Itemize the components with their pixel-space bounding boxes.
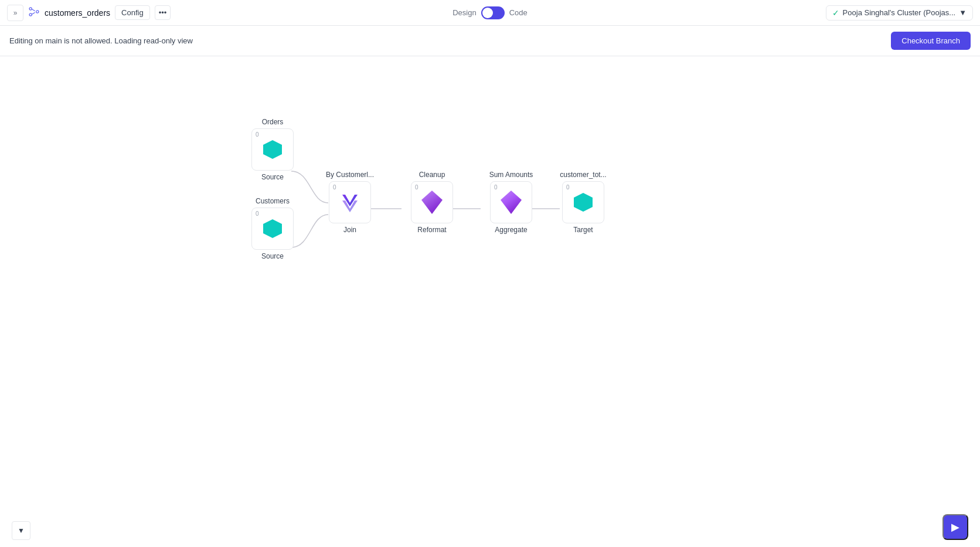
teal-hexagon-icon bbox=[261, 138, 284, 161]
run-icon: ▶ bbox=[951, 521, 959, 534]
teal-hexagon-icon-2 bbox=[261, 217, 284, 240]
svg-marker-9 bbox=[501, 191, 522, 214]
reformat-icon bbox=[420, 189, 444, 215]
aggregate-node[interactable]: Sum Amounts 0 Aggregate bbox=[488, 171, 535, 234]
orders-source-count: 0 bbox=[256, 131, 259, 138]
cluster-selector[interactable]: ✓ Pooja Singhal's Cluster (Poojas... ▼ bbox=[826, 5, 973, 21]
svg-marker-6 bbox=[263, 140, 282, 159]
svg-point-1 bbox=[29, 13, 32, 15]
customers-source-top-label: Customers bbox=[256, 197, 290, 205]
join-top-label: By Customerl... bbox=[326, 171, 374, 179]
pipeline-icon bbox=[28, 6, 40, 20]
banner-message: Editing on main is not allowed. Loading … bbox=[9, 36, 193, 45]
more-button[interactable]: ••• bbox=[155, 5, 171, 20]
pipeline-connectors bbox=[0, 56, 980, 547]
aggregate-box[interactable]: 0 bbox=[490, 181, 532, 223]
customers-source-count: 0 bbox=[256, 210, 259, 217]
checkout-branch-button[interactable]: Checkout Branch bbox=[891, 32, 971, 50]
customers-source-node[interactable]: Customers 0 Source bbox=[249, 197, 296, 260]
join-node[interactable]: By Customerl... 0 Join bbox=[326, 171, 373, 234]
reformat-bottom-label: Reformat bbox=[417, 226, 446, 234]
svg-marker-7 bbox=[263, 219, 282, 238]
orders-source-node[interactable]: Orders 0 Source bbox=[249, 118, 296, 181]
aggregate-count: 0 bbox=[494, 184, 498, 191]
cluster-dropdown-icon: ▼ bbox=[959, 8, 967, 17]
svg-point-0 bbox=[29, 7, 32, 9]
target-hexagon-icon bbox=[571, 191, 595, 214]
code-label: Code bbox=[509, 8, 528, 17]
orders-source-top-label: Orders bbox=[262, 118, 284, 126]
reformat-top-label: Cleanup bbox=[419, 171, 445, 179]
header: » customers_orders Config ••• Design Cod… bbox=[0, 0, 980, 26]
target-top-label: customer_tot... bbox=[560, 171, 606, 179]
reformat-count: 0 bbox=[415, 184, 418, 191]
customers-source-bottom-label: Source bbox=[261, 252, 284, 260]
customers-source-box[interactable]: 0 bbox=[251, 208, 294, 250]
aggregate-bottom-label: Aggregate bbox=[495, 226, 527, 234]
join-box[interactable]: 0 bbox=[329, 181, 371, 223]
cluster-name: Pooja Singhal's Cluster (Poojas... bbox=[843, 8, 956, 17]
header-right: ✓ Pooja Singhal's Cluster (Poojas... ▼ bbox=[532, 5, 973, 21]
orders-source-box[interactable]: 0 bbox=[251, 128, 294, 171]
reformat-box[interactable]: 0 bbox=[411, 181, 453, 223]
aggregate-top-label: Sum Amounts bbox=[489, 171, 533, 179]
target-node[interactable]: customer_tot... 0 Target bbox=[560, 171, 607, 234]
aggregate-icon bbox=[499, 189, 523, 215]
join-icon bbox=[338, 190, 362, 215]
svg-marker-10 bbox=[574, 193, 593, 212]
run-button[interactable]: ▶ bbox=[942, 514, 968, 540]
config-button[interactable]: Config bbox=[115, 5, 150, 20]
cluster-check-icon: ✓ bbox=[832, 8, 839, 18]
design-code-toggle[interactable] bbox=[481, 6, 505, 19]
target-count: 0 bbox=[566, 184, 570, 191]
join-count: 0 bbox=[333, 184, 336, 191]
pipeline-canvas: Orders 0 Source Customers 0 Source By Cu… bbox=[0, 56, 980, 547]
target-bottom-label: Target bbox=[573, 226, 593, 234]
reformat-node[interactable]: Cleanup 0 Reformat bbox=[409, 171, 455, 234]
join-bottom-label: Join bbox=[343, 226, 356, 234]
target-box[interactable]: 0 bbox=[562, 181, 604, 223]
header-left: » customers_orders Config ••• bbox=[7, 5, 448, 21]
banner: Editing on main is not allowed. Loading … bbox=[0, 26, 980, 56]
canvas-menu-button[interactable]: ▼ bbox=[12, 521, 30, 540]
orders-source-bottom-label: Source bbox=[261, 173, 284, 181]
svg-marker-8 bbox=[421, 191, 443, 214]
nav-expand-button[interactable]: » bbox=[7, 5, 23, 21]
svg-point-2 bbox=[36, 10, 39, 12]
design-label: Design bbox=[452, 8, 476, 17]
pipeline-name: customers_orders bbox=[45, 8, 110, 18]
header-center: Design Code bbox=[452, 6, 528, 19]
